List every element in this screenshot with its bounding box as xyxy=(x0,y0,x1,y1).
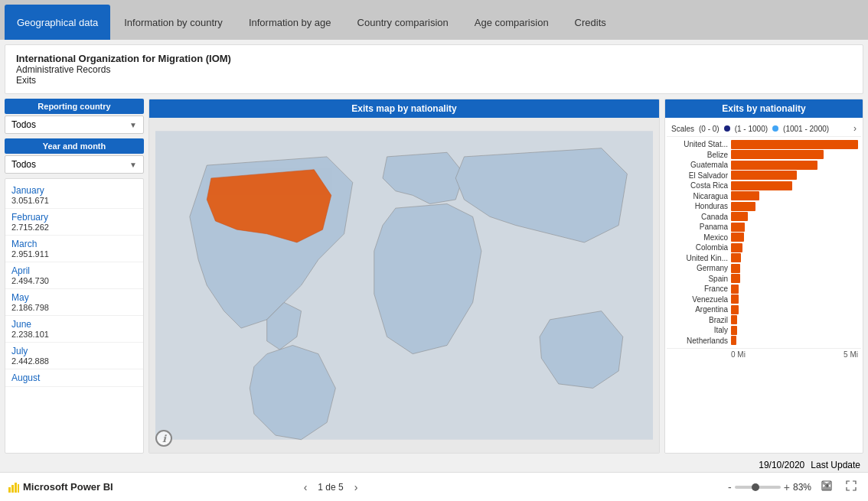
bar-label: Honduras xyxy=(670,202,731,210)
bar-container xyxy=(731,212,858,221)
bar-fill xyxy=(731,264,740,273)
bar-fill xyxy=(731,233,744,242)
bar-container xyxy=(731,191,858,200)
bar-row: Panama xyxy=(670,223,858,232)
share-button[interactable] xyxy=(817,478,836,496)
map-content[interactable]: ℹ xyxy=(149,118,659,453)
nav-tab-country-comp[interactable]: Country comparision xyxy=(345,5,461,40)
month-value: 2.494.730 xyxy=(11,276,137,285)
admin-records: Administrative Records xyxy=(16,64,852,75)
powerbi-label: Microsoft Power BI xyxy=(23,481,113,493)
month-item[interactable]: June2.238.101 xyxy=(5,316,143,343)
scales-label: Scales xyxy=(671,125,694,133)
powerbi-logo[interactable]: Microsoft Power BI xyxy=(8,481,113,493)
bar-fill xyxy=(731,150,824,159)
month-item[interactable]: January3.051.671 xyxy=(5,182,143,209)
zoom-percent: 83% xyxy=(793,482,811,493)
month-name: June xyxy=(11,319,137,330)
year-month-select[interactable]: Todos ▼ xyxy=(5,155,144,174)
main-container: Geographical dataInformation by countryI… xyxy=(0,0,868,501)
month-value: 2.186.798 xyxy=(11,303,137,312)
bar-row: Netherlands xyxy=(670,336,858,345)
year-month-label: Year and month xyxy=(11,142,138,151)
bar-fill xyxy=(731,243,742,252)
exits-label: Exits xyxy=(16,75,852,86)
bar-label: Venezuela xyxy=(670,295,731,304)
bar-label: Argentina xyxy=(670,305,731,314)
bar-label: Belize xyxy=(670,151,731,159)
fullscreen-icon xyxy=(845,480,857,492)
chart-content: Scales (0 - 0) (1 - 1000) (1001 - 2000) … xyxy=(665,118,863,453)
bar-row: Costa Rica xyxy=(670,181,858,190)
next-page-button[interactable]: › xyxy=(350,480,363,495)
bar-row: Guatemala xyxy=(670,161,858,170)
fullscreen-button[interactable] xyxy=(842,478,860,496)
month-value: 2.951.911 xyxy=(11,249,137,259)
month-item[interactable]: May2.186.798 xyxy=(5,289,143,316)
data-area: Reporting country Todos ▼ Year and month… xyxy=(5,99,863,454)
bar-fill xyxy=(731,171,797,180)
nav-tab-credits[interactable]: Credits xyxy=(563,5,618,40)
bar-container xyxy=(731,243,858,252)
bar-container xyxy=(731,150,858,159)
bar-container xyxy=(731,264,858,273)
bar-fill xyxy=(731,140,858,149)
month-item[interactable]: July2.442.888 xyxy=(5,343,143,369)
powerbi-icon xyxy=(8,481,20,493)
bar-container xyxy=(731,305,858,314)
footer-update: Last Update xyxy=(811,460,860,470)
reporting-country-select[interactable]: Todos ▼ xyxy=(5,115,144,134)
bar-label: Germany xyxy=(670,264,731,272)
month-item[interactable]: March2.951.911 xyxy=(5,236,143,262)
bar-row: Nicaragua xyxy=(670,191,858,200)
zoom-control: - + 83% xyxy=(728,481,811,493)
month-item[interactable]: April2.494.730 xyxy=(5,262,143,289)
scale-zero: (0 - 0) xyxy=(699,125,720,133)
info-icon[interactable]: ℹ xyxy=(155,430,172,447)
bar-container xyxy=(731,223,858,232)
scale-dot-1000 xyxy=(724,125,730,132)
bar-fill xyxy=(731,212,748,221)
map-svg xyxy=(155,124,653,447)
svg-rect-1 xyxy=(8,487,11,493)
zoom-plus-button[interactable]: + xyxy=(784,481,790,493)
prev-page-button[interactable]: ‹ xyxy=(299,480,312,495)
chart-header: Exits by nationality xyxy=(665,99,863,118)
bar-label: Netherlands xyxy=(670,337,731,345)
nav-tab-info-country[interactable]: Information by country xyxy=(112,5,235,40)
zoom-minus-button[interactable]: - xyxy=(728,481,732,493)
bar-container xyxy=(731,315,858,324)
scale-2000: (1001 - 2000) xyxy=(783,125,829,133)
nav-tab-geo[interactable]: Geographical data xyxy=(5,5,110,40)
left-panel: Reporting country Todos ▼ Year and month… xyxy=(5,99,144,454)
chevron-down-icon: ▼ xyxy=(129,121,137,129)
nav-tab-age-comp[interactable]: Age comparision xyxy=(462,5,561,40)
right-panel: Exits by nationality Scales (0 - 0) (1 -… xyxy=(664,99,863,454)
bar-row: Italy xyxy=(670,326,858,335)
map-header: Exits map by nationality xyxy=(149,99,659,118)
bar-row: United Stat... xyxy=(670,140,858,149)
bar-container xyxy=(731,326,858,335)
bar-row: Brazil xyxy=(670,315,858,324)
bar-fill xyxy=(731,315,737,324)
bar-label: Nicaragua xyxy=(670,192,731,200)
zoom-slider[interactable] xyxy=(735,486,781,489)
bar-fill xyxy=(731,326,737,335)
chevron-right-icon[interactable]: › xyxy=(853,123,857,134)
nav-tab-info-age[interactable]: Information by age xyxy=(237,5,344,40)
bar-row: Argentina xyxy=(670,305,858,314)
bar-chart: United Stat...BelizeGuatemalaEl Salvador… xyxy=(667,137,861,348)
bar-label: El Salvador xyxy=(670,171,731,180)
toolbar-right: - + 83% xyxy=(728,478,860,496)
month-name: August xyxy=(11,372,137,383)
month-item[interactable]: August xyxy=(5,369,143,387)
month-name: May xyxy=(11,292,137,303)
footer-bar: 19/10/2020 Last Update xyxy=(0,458,868,472)
bar-label: France xyxy=(670,285,731,293)
bar-row: Venezuela xyxy=(670,294,858,304)
bar-label: Brazil xyxy=(670,316,731,324)
bar-container xyxy=(731,161,858,170)
month-item[interactable]: February2.715.262 xyxy=(5,209,143,236)
bar-label: Costa Rica xyxy=(670,181,731,190)
year-month-filter: Year and month Todos ▼ xyxy=(5,138,144,174)
